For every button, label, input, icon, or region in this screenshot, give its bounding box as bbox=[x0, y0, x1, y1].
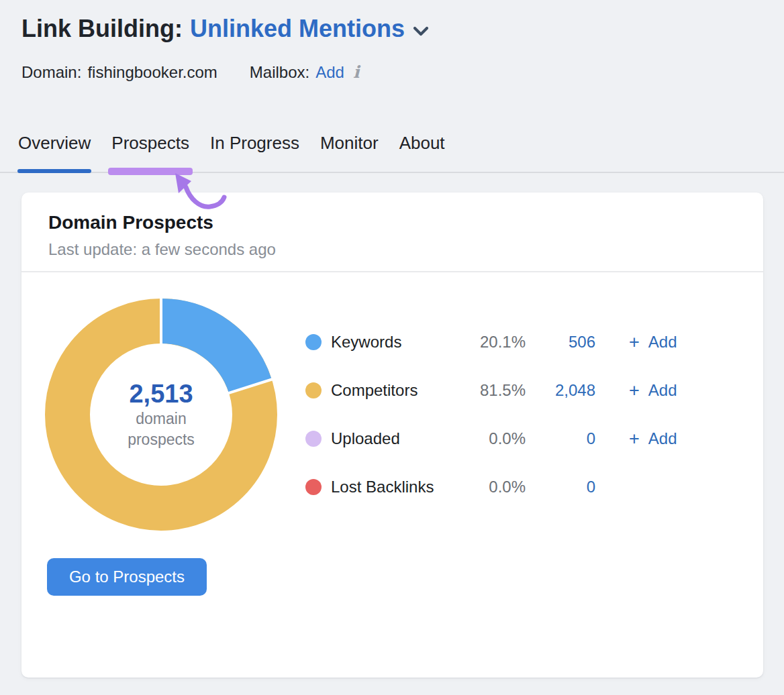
report-meta: Domain: fishingbooker.com Mailbox: Add i bbox=[21, 62, 359, 83]
keywords-count-link[interactable]: 506 bbox=[526, 333, 595, 352]
tab-about-label: About bbox=[399, 133, 445, 153]
tab-about[interactable]: About bbox=[399, 132, 445, 175]
plus-icon: + bbox=[629, 430, 640, 447]
lost-backlinks-dot-icon bbox=[305, 479, 322, 495]
chevron-down-icon[interactable] bbox=[413, 26, 429, 36]
page-title: Link Building: Unlinked Mentions bbox=[21, 13, 429, 44]
competitors-dot-icon bbox=[305, 382, 322, 398]
page-title-prefix: Link Building: bbox=[21, 13, 183, 44]
domain-prospects-card: Domain Prospects Last update: a few seco… bbox=[21, 193, 763, 678]
report-type-selected[interactable]: Unlinked Mentions bbox=[190, 13, 405, 44]
lost-backlinks-percent: 0.0% bbox=[465, 478, 526, 496]
add-competitors-button[interactable]: + Add bbox=[595, 381, 703, 400]
tab-in-progress-label: In Progress bbox=[210, 133, 299, 153]
tab-active-underline bbox=[17, 169, 91, 173]
add-keywords-button[interactable]: + Add bbox=[595, 333, 703, 352]
mailbox-label: Mailbox: bbox=[250, 62, 309, 83]
add-uploaded-button[interactable]: + Add bbox=[595, 429, 703, 448]
domain-info: Domain: fishingbooker.com bbox=[21, 62, 217, 83]
legend-label: Keywords bbox=[331, 333, 401, 352]
add-label: Add bbox=[648, 381, 677, 400]
mailbox-add-link[interactable]: Add bbox=[315, 62, 344, 83]
legend-label: Lost Backlinks bbox=[331, 478, 434, 496]
legend-label: Competitors bbox=[331, 381, 418, 400]
card-title: Domain Prospects bbox=[48, 211, 736, 234]
add-label: Add bbox=[648, 429, 677, 448]
competitors-percent: 81.5% bbox=[465, 381, 526, 400]
tab-overview-label: Overview bbox=[18, 133, 91, 153]
tab-in-progress[interactable]: In Progress bbox=[210, 132, 299, 175]
go-to-prospects-button[interactable]: Go to Prospects bbox=[47, 558, 207, 596]
legend-name-cell: Uploaded bbox=[305, 429, 465, 448]
last-update-text: Last update: a few seconds ago bbox=[48, 239, 736, 260]
legend-row-uploaded: Uploaded 0.0% 0 + Add bbox=[305, 428, 703, 449]
legend-row-lost-backlinks: Lost Backlinks 0.0% 0 bbox=[305, 476, 703, 498]
tab-prospects[interactable]: Prospects bbox=[111, 132, 189, 175]
report-type-dropdown[interactable]: Unlinked Mentions bbox=[190, 13, 429, 44]
add-label: Add bbox=[648, 333, 677, 352]
card-body: 2,513 domain prospects Keywords 20.1% 50… bbox=[21, 272, 763, 678]
legend-label: Uploaded bbox=[331, 429, 400, 448]
donut-svg[interactable] bbox=[45, 299, 277, 531]
annotation-arrow-icon bbox=[169, 172, 234, 213]
keywords-dot-icon bbox=[305, 334, 322, 350]
domain-value: fishingbooker.com bbox=[87, 62, 217, 83]
tab-monitor-label: Monitor bbox=[320, 133, 379, 153]
keywords-percent: 20.1% bbox=[465, 333, 526, 352]
competitors-count-link[interactable]: 2,048 bbox=[526, 381, 595, 400]
legend-name-cell: Competitors bbox=[305, 381, 465, 400]
link-building-page: Link Building: Unlinked Mentions Domain:… bbox=[0, 0, 784, 695]
uploaded-count-link[interactable]: 0 bbox=[526, 429, 595, 448]
legend-name-cell: Lost Backlinks bbox=[305, 478, 465, 496]
plus-icon: + bbox=[629, 333, 640, 351]
uploaded-percent: 0.0% bbox=[465, 429, 526, 448]
tab-overview[interactable]: Overview bbox=[18, 132, 91, 175]
info-icon[interactable]: i bbox=[353, 62, 360, 83]
lost-backlinks-count-link[interactable]: 0 bbox=[526, 478, 595, 496]
mailbox-info: Mailbox: Add i bbox=[250, 62, 360, 83]
tab-prospects-label: Prospects bbox=[111, 133, 189, 153]
card-header: Domain Prospects Last update: a few seco… bbox=[21, 193, 763, 271]
domain-prospects-donut-chart[interactable]: 2,513 domain prospects bbox=[45, 299, 277, 531]
tab-bar: Overview Prospects In Progress Monitor A… bbox=[18, 132, 445, 175]
legend-row-keywords: Keywords 20.1% 506 + Add bbox=[305, 331, 703, 353]
uploaded-dot-icon bbox=[305, 431, 322, 447]
legend-row-competitors: Competitors 81.5% 2,048 + Add bbox=[305, 380, 703, 401]
chart-legend: Keywords 20.1% 506 + Add Competitors 81.… bbox=[305, 331, 703, 498]
legend-name-cell: Keywords bbox=[305, 333, 465, 352]
tab-monitor[interactable]: Monitor bbox=[320, 132, 379, 175]
domain-label: Domain: bbox=[21, 62, 81, 83]
plus-icon: + bbox=[629, 382, 640, 399]
